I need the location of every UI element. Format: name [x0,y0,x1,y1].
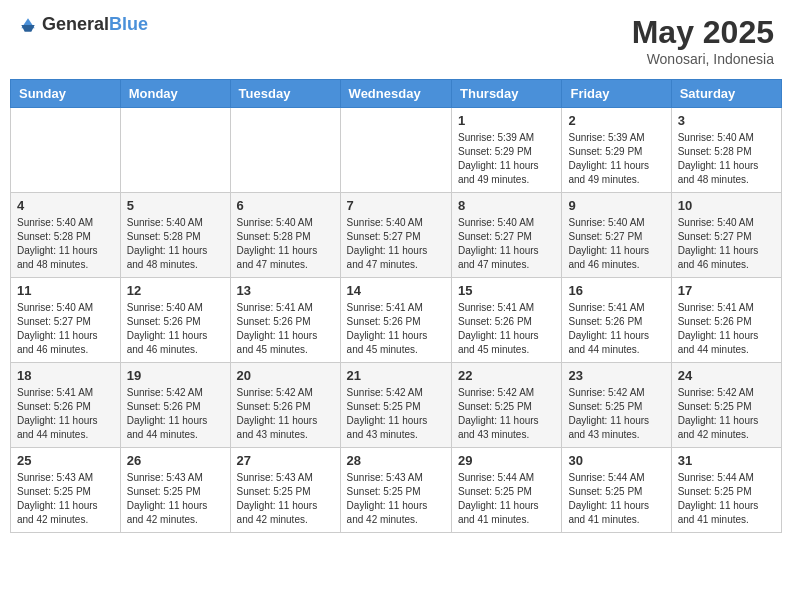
calendar-cell: 1Sunrise: 5:39 AM Sunset: 5:29 PM Daylig… [452,108,562,193]
day-number: 24 [678,368,775,383]
day-number: 17 [678,283,775,298]
day-header-friday: Friday [562,80,671,108]
day-number: 9 [568,198,664,213]
day-number: 10 [678,198,775,213]
day-info: Sunrise: 5:43 AM Sunset: 5:25 PM Dayligh… [127,471,224,527]
day-number: 20 [237,368,334,383]
day-number: 6 [237,198,334,213]
calendar-cell: 16Sunrise: 5:41 AM Sunset: 5:26 PM Dayli… [562,278,671,363]
calendar-week-row: 11Sunrise: 5:40 AM Sunset: 5:27 PM Dayli… [11,278,782,363]
title-block: May 2025 Wonosari, Indonesia [632,14,774,67]
day-header-tuesday: Tuesday [230,80,340,108]
calendar-cell: 18Sunrise: 5:41 AM Sunset: 5:26 PM Dayli… [11,363,121,448]
day-header-saturday: Saturday [671,80,781,108]
day-number: 22 [458,368,555,383]
calendar-cell [340,108,451,193]
calendar-week-row: 1Sunrise: 5:39 AM Sunset: 5:29 PM Daylig… [11,108,782,193]
calendar-table: SundayMondayTuesdayWednesdayThursdayFrid… [10,79,782,533]
calendar-cell: 11Sunrise: 5:40 AM Sunset: 5:27 PM Dayli… [11,278,121,363]
day-info: Sunrise: 5:40 AM Sunset: 5:26 PM Dayligh… [127,301,224,357]
day-info: Sunrise: 5:39 AM Sunset: 5:29 PM Dayligh… [568,131,664,187]
day-number: 30 [568,453,664,468]
day-number: 12 [127,283,224,298]
day-info: Sunrise: 5:40 AM Sunset: 5:27 PM Dayligh… [678,216,775,272]
calendar-week-row: 25Sunrise: 5:43 AM Sunset: 5:25 PM Dayli… [11,448,782,533]
calendar-cell: 10Sunrise: 5:40 AM Sunset: 5:27 PM Dayli… [671,193,781,278]
day-info: Sunrise: 5:41 AM Sunset: 5:26 PM Dayligh… [568,301,664,357]
calendar-cell: 26Sunrise: 5:43 AM Sunset: 5:25 PM Dayli… [120,448,230,533]
calendar-cell: 31Sunrise: 5:44 AM Sunset: 5:25 PM Dayli… [671,448,781,533]
day-header-sunday: Sunday [11,80,121,108]
day-number: 2 [568,113,664,128]
day-number: 3 [678,113,775,128]
day-info: Sunrise: 5:40 AM Sunset: 5:28 PM Dayligh… [17,216,114,272]
day-info: Sunrise: 5:42 AM Sunset: 5:25 PM Dayligh… [458,386,555,442]
day-number: 8 [458,198,555,213]
calendar-cell: 23Sunrise: 5:42 AM Sunset: 5:25 PM Dayli… [562,363,671,448]
calendar-cell: 15Sunrise: 5:41 AM Sunset: 5:26 PM Dayli… [452,278,562,363]
day-number: 19 [127,368,224,383]
calendar-cell: 27Sunrise: 5:43 AM Sunset: 5:25 PM Dayli… [230,448,340,533]
day-info: Sunrise: 5:42 AM Sunset: 5:25 PM Dayligh… [678,386,775,442]
day-info: Sunrise: 5:40 AM Sunset: 5:27 PM Dayligh… [17,301,114,357]
day-info: Sunrise: 5:40 AM Sunset: 5:28 PM Dayligh… [237,216,334,272]
logo-general-text: GeneralBlue [42,14,148,35]
day-number: 18 [17,368,114,383]
day-info: Sunrise: 5:43 AM Sunset: 5:25 PM Dayligh… [347,471,445,527]
day-info: Sunrise: 5:40 AM Sunset: 5:27 PM Dayligh… [458,216,555,272]
calendar-cell: 4Sunrise: 5:40 AM Sunset: 5:28 PM Daylig… [11,193,121,278]
day-number: 29 [458,453,555,468]
day-number: 16 [568,283,664,298]
day-info: Sunrise: 5:42 AM Sunset: 5:26 PM Dayligh… [127,386,224,442]
day-number: 26 [127,453,224,468]
day-info: Sunrise: 5:44 AM Sunset: 5:25 PM Dayligh… [678,471,775,527]
day-number: 15 [458,283,555,298]
location-title: Wonosari, Indonesia [632,51,774,67]
calendar-cell: 21Sunrise: 5:42 AM Sunset: 5:25 PM Dayli… [340,363,451,448]
day-header-wednesday: Wednesday [340,80,451,108]
calendar-cell: 28Sunrise: 5:43 AM Sunset: 5:25 PM Dayli… [340,448,451,533]
day-number: 14 [347,283,445,298]
day-info: Sunrise: 5:42 AM Sunset: 5:26 PM Dayligh… [237,386,334,442]
day-info: Sunrise: 5:44 AM Sunset: 5:25 PM Dayligh… [458,471,555,527]
calendar-cell: 22Sunrise: 5:42 AM Sunset: 5:25 PM Dayli… [452,363,562,448]
calendar-cell [120,108,230,193]
calendar-cell [230,108,340,193]
day-number: 28 [347,453,445,468]
day-number: 25 [17,453,114,468]
day-info: Sunrise: 5:39 AM Sunset: 5:29 PM Dayligh… [458,131,555,187]
day-info: Sunrise: 5:41 AM Sunset: 5:26 PM Dayligh… [678,301,775,357]
calendar-cell: 2Sunrise: 5:39 AM Sunset: 5:29 PM Daylig… [562,108,671,193]
calendar-cell: 14Sunrise: 5:41 AM Sunset: 5:26 PM Dayli… [340,278,451,363]
day-info: Sunrise: 5:42 AM Sunset: 5:25 PM Dayligh… [568,386,664,442]
day-number: 1 [458,113,555,128]
calendar-cell: 8Sunrise: 5:40 AM Sunset: 5:27 PM Daylig… [452,193,562,278]
calendar-cell: 24Sunrise: 5:42 AM Sunset: 5:25 PM Dayli… [671,363,781,448]
day-info: Sunrise: 5:40 AM Sunset: 5:28 PM Dayligh… [678,131,775,187]
calendar-week-row: 4Sunrise: 5:40 AM Sunset: 5:28 PM Daylig… [11,193,782,278]
logo-icon [18,15,38,35]
day-number: 31 [678,453,775,468]
logo: GeneralBlue [18,14,148,35]
day-info: Sunrise: 5:43 AM Sunset: 5:25 PM Dayligh… [17,471,114,527]
calendar-cell: 20Sunrise: 5:42 AM Sunset: 5:26 PM Dayli… [230,363,340,448]
calendar-cell: 29Sunrise: 5:44 AM Sunset: 5:25 PM Dayli… [452,448,562,533]
day-info: Sunrise: 5:40 AM Sunset: 5:27 PM Dayligh… [568,216,664,272]
calendar-cell: 3Sunrise: 5:40 AM Sunset: 5:28 PM Daylig… [671,108,781,193]
calendar-cell: 19Sunrise: 5:42 AM Sunset: 5:26 PM Dayli… [120,363,230,448]
day-info: Sunrise: 5:41 AM Sunset: 5:26 PM Dayligh… [347,301,445,357]
day-header-monday: Monday [120,80,230,108]
day-info: Sunrise: 5:42 AM Sunset: 5:25 PM Dayligh… [347,386,445,442]
calendar-cell: 9Sunrise: 5:40 AM Sunset: 5:27 PM Daylig… [562,193,671,278]
day-info: Sunrise: 5:40 AM Sunset: 5:28 PM Dayligh… [127,216,224,272]
day-number: 7 [347,198,445,213]
calendar-cell [11,108,121,193]
day-info: Sunrise: 5:40 AM Sunset: 5:27 PM Dayligh… [347,216,445,272]
day-number: 23 [568,368,664,383]
calendar-cell: 25Sunrise: 5:43 AM Sunset: 5:25 PM Dayli… [11,448,121,533]
calendar-cell: 17Sunrise: 5:41 AM Sunset: 5:26 PM Dayli… [671,278,781,363]
day-info: Sunrise: 5:41 AM Sunset: 5:26 PM Dayligh… [237,301,334,357]
calendar-cell: 30Sunrise: 5:44 AM Sunset: 5:25 PM Dayli… [562,448,671,533]
calendar-cell: 7Sunrise: 5:40 AM Sunset: 5:27 PM Daylig… [340,193,451,278]
calendar-cell: 13Sunrise: 5:41 AM Sunset: 5:26 PM Dayli… [230,278,340,363]
